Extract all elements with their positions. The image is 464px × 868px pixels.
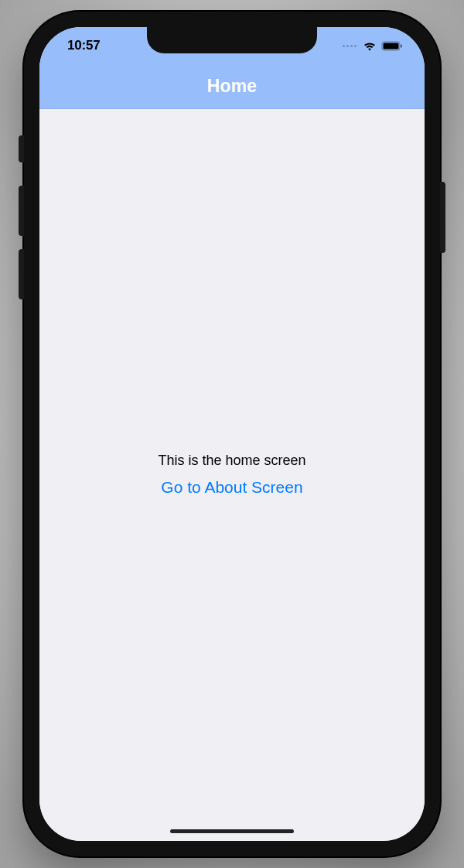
about-link-button[interactable]: Go to About Screen <box>155 477 309 498</box>
device-screen: 10:57 <box>39 27 425 841</box>
content-area: This is the home screen Go to About Scre… <box>39 109 425 841</box>
device-frame: 10:57 <box>24 12 440 856</box>
navigation-bar: Home <box>39 64 425 109</box>
status-icons <box>343 41 403 51</box>
power-button <box>440 182 445 253</box>
wifi-icon <box>363 41 377 51</box>
volume-up-button <box>19 186 24 236</box>
home-indicator[interactable] <box>170 829 294 833</box>
device-notch <box>147 27 317 53</box>
battery-icon <box>381 41 403 51</box>
status-time: 10:57 <box>67 38 100 53</box>
cellular-icon <box>343 45 357 47</box>
svg-rect-1 <box>384 43 399 49</box>
volume-down-button <box>19 249 24 299</box>
svg-rect-2 <box>401 44 402 47</box>
mute-switch <box>19 135 24 162</box>
body-text: This is the home screen <box>158 453 305 469</box>
page-title: Home <box>207 76 258 97</box>
